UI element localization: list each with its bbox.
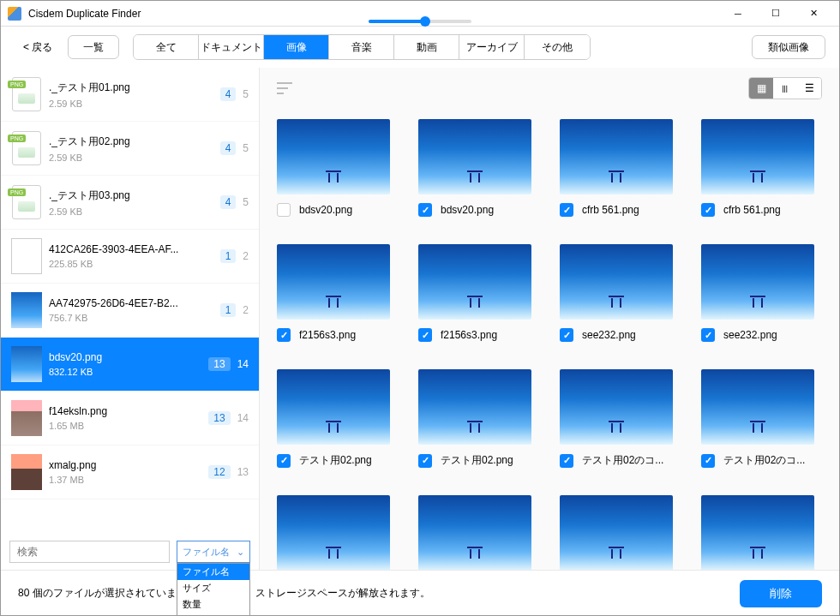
thumbnail-grid[interactable]: bdsv20.png bdsv20.png cfrb 561.png cfrb …: [260, 109, 839, 570]
selected-count: 1: [220, 249, 237, 263]
checkbox[interactable]: [277, 203, 291, 217]
list-item[interactable]: bdsv20.png 832.12 KB 13 14: [1, 338, 259, 392]
search-input[interactable]: [9, 541, 170, 563]
total-count: 13: [237, 466, 249, 478]
sort-option[interactable]: 数量: [177, 596, 249, 613]
thumbnail-image: [418, 244, 531, 320]
list-item[interactable]: ._テスト用02.png 2.59 KB 4 5: [1, 122, 259, 176]
thumbnail-image: [701, 495, 814, 570]
list-button[interactable]: 一覧: [68, 35, 119, 59]
tab-2[interactable]: 画像: [264, 35, 329, 59]
file-name: see232.png: [723, 329, 777, 341]
thumbnail-card[interactable]: [560, 495, 681, 570]
thumbnail-image: [277, 495, 390, 570]
thumb-icon: [11, 346, 42, 382]
list-view-button[interactable]: ☰: [797, 78, 821, 99]
maximize-button[interactable]: ☐: [757, 1, 795, 27]
thumbnail-card[interactable]: [277, 495, 398, 570]
selected-count: 4: [220, 141, 237, 155]
checkbox[interactable]: [277, 328, 291, 342]
checkbox[interactable]: [701, 454, 715, 468]
duplicate-groups-list[interactable]: ._テスト用01.png 2.59 KB 4 5 ._テスト用02.png 2.…: [1, 68, 259, 534]
thumbnail-card[interactable]: see232.png: [701, 244, 822, 342]
total-count: 2: [243, 304, 249, 316]
thumbnail-card[interactable]: f2156s3.png: [418, 244, 539, 342]
checkbox[interactable]: [560, 454, 573, 468]
app-icon: [8, 7, 21, 21]
list-item[interactable]: AA742975-26D6-4EE7-B2... 756.7 KB 1 2: [1, 284, 259, 338]
tab-0[interactable]: 全て: [134, 35, 199, 59]
thumbnail-card[interactable]: テスト用02のコ...: [560, 369, 681, 468]
item-size: 225.85 KB: [49, 259, 213, 269]
view-toggle: ▦ ⫼ ☰: [748, 77, 822, 99]
thumbnail-image: [418, 369, 531, 445]
tab-5[interactable]: アーカイブ: [459, 35, 525, 59]
thumbnail-card[interactable]: bdsv20.png: [418, 119, 539, 217]
close-button[interactable]: ✕: [795, 1, 832, 27]
item-size: 832.12 KB: [49, 367, 201, 377]
checkbox[interactable]: [560, 203, 573, 217]
item-size: 1.65 MB: [49, 421, 201, 431]
item-name: ._テスト用03.png: [49, 188, 213, 203]
toolbar: < 戻る 一覧 全てドキュメント画像音楽動画アーカイブその他 類似画像: [1, 27, 839, 68]
content-pane: ▦ ⫼ ☰ bdsv20.png bdsv20.png cfrb 561.png…: [260, 68, 839, 570]
zoom-slider[interactable]: [369, 20, 471, 23]
list-item[interactable]: ._テスト用03.png 2.59 KB 4 5: [1, 176, 259, 230]
list-item[interactable]: xmalg.png 1.37 MB 12 13: [1, 446, 259, 499]
checkbox[interactable]: [418, 454, 432, 468]
item-name: AA742975-26D6-4EE7-B2...: [49, 297, 213, 309]
sort-icon[interactable]: [277, 82, 294, 94]
thumbnail-image: [701, 244, 814, 320]
thumbnail-image: [277, 369, 390, 445]
thumbnail-card[interactable]: テスト用02.png: [277, 369, 398, 468]
thumbnail-card[interactable]: bdsv20.png: [277, 119, 398, 217]
checkbox[interactable]: [560, 328, 573, 342]
checkbox[interactable]: [277, 454, 291, 468]
thumbnail-card[interactable]: [418, 495, 539, 570]
selected-count: 4: [220, 195, 237, 209]
sort-selected-label: ファイル名: [183, 546, 230, 559]
similar-images-button[interactable]: 類似画像: [752, 35, 825, 59]
total-count: 5: [243, 88, 249, 100]
sort-option[interactable]: ファイル名: [177, 564, 249, 580]
checkbox[interactable]: [701, 328, 715, 342]
selected-count: 1: [220, 303, 237, 317]
right-toolbar: ▦ ⫼ ☰: [260, 68, 839, 109]
grid-view-button[interactable]: ▦: [749, 78, 773, 99]
thumbnail-card[interactable]: f2156s3.png: [277, 244, 398, 342]
thumbnail-card[interactable]: cfrb 561.png: [701, 119, 822, 217]
list-item[interactable]: ._テスト用01.png 2.59 KB 4 5: [1, 68, 259, 122]
item-size: 2.59 KB: [49, 99, 213, 109]
minimize-button[interactable]: ─: [719, 1, 757, 27]
tab-1[interactable]: ドキュメント: [199, 35, 264, 59]
item-size: 1.37 MB: [49, 475, 201, 485]
checkbox[interactable]: [418, 203, 432, 217]
list-item[interactable]: 412CA26E-3903-4EEA-AF... 225.85 KB 1 2: [1, 230, 259, 284]
thumb-icon: [11, 184, 42, 220]
thumbnail-image: [418, 495, 531, 570]
sort-dropdown[interactable]: ファイル名サイズ数量タイプ: [177, 563, 250, 616]
sort-option[interactable]: サイズ: [177, 580, 249, 596]
thumbnail-card[interactable]: テスト用02.png: [418, 369, 539, 468]
chevron-down-icon: ⌄: [237, 547, 244, 558]
thumbnail-card[interactable]: [701, 495, 822, 570]
window-title: Cisdem Duplicate Finder: [28, 8, 719, 20]
columns-view-button[interactable]: ⫼: [773, 78, 797, 99]
sort-select[interactable]: ファイル名 ⌄: [177, 541, 250, 563]
thumbnail-card[interactable]: テスト用02のコ...: [701, 369, 822, 468]
checkbox[interactable]: [701, 203, 715, 217]
tab-6[interactable]: その他: [525, 35, 590, 59]
tab-4[interactable]: 動画: [394, 35, 459, 59]
list-item[interactable]: f14eksln.png 1.65 MB 13 14: [1, 392, 259, 446]
back-button[interactable]: < 戻る: [15, 35, 61, 60]
thumbnail-image: [701, 119, 814, 194]
delete-button[interactable]: 削除: [740, 580, 822, 607]
checkbox[interactable]: [418, 328, 432, 342]
thumbnail-card[interactable]: see232.png: [560, 244, 681, 342]
item-name: 412CA26E-3903-4EEA-AF...: [49, 243, 213, 255]
tab-3[interactable]: 音楽: [329, 35, 394, 59]
selected-count: 13: [208, 411, 230, 425]
sidebar: ._テスト用01.png 2.59 KB 4 5 ._テスト用02.png 2.…: [1, 68, 260, 570]
thumbnail-card[interactable]: cfrb 561.png: [560, 119, 681, 217]
thumb-icon: [11, 76, 42, 112]
